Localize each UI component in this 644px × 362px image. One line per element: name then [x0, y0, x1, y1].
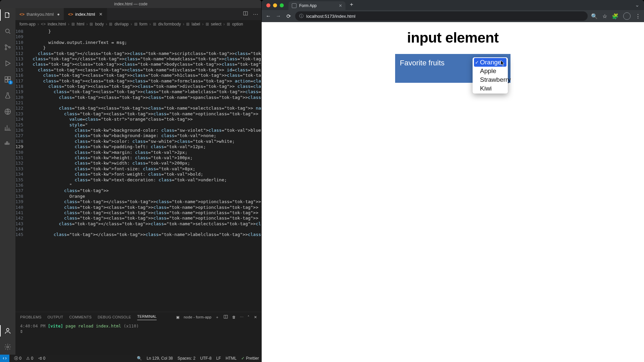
browser-tab[interactable]: Form App ✕	[288, 1, 345, 10]
reload-icon[interactable]: ⟳	[285, 13, 292, 19]
svg-rect-12	[6, 142, 8, 143]
crumb[interactable]: div.formbody	[158, 22, 181, 26]
crumb[interactable]: option	[232, 22, 243, 26]
dropdown-option[interactable]: Orange	[474, 58, 506, 67]
crumb[interactable]: div#app	[114, 22, 128, 26]
svg-point-2	[5, 48, 6, 50]
docker-icon[interactable]	[3, 139, 12, 148]
svg-point-0	[6, 29, 9, 33]
html-file-icon: <>	[68, 12, 73, 17]
browser-viewport: input element Favorite fruits Orange App…	[262, 22, 644, 362]
terminal-prompt[interactable]: ▯	[20, 328, 257, 334]
modified-dot-icon: ●	[57, 12, 60, 17]
new-tab-icon[interactable]: ＋	[349, 1, 354, 8]
panel-tab-debug[interactable]: DEBUG CONSOLE	[98, 315, 131, 319]
code-content[interactable]: } window.output.innerText = msg; } class…	[27, 28, 262, 312]
tab-index[interactable]: <> index.html ✕	[64, 8, 107, 20]
remote-indicator-icon[interactable]	[0, 355, 9, 362]
status-encoding[interactable]: UTF-8	[200, 356, 212, 361]
forward-icon[interactable]: →	[275, 13, 282, 19]
fruit-dropdown[interactable]: Orange Apple Strawberry Kiwi	[473, 57, 508, 94]
more-actions-icon[interactable]: ⋯	[253, 11, 258, 17]
graph-icon[interactable]	[3, 123, 12, 132]
close-panel-icon[interactable]: ✕	[254, 315, 257, 319]
panel-tab-terminal[interactable]: TERMINAL	[137, 314, 157, 320]
extensions-puzzle-icon[interactable]: 🧩	[612, 13, 619, 19]
minimize-window-icon[interactable]	[273, 3, 277, 7]
bookmark-star-icon[interactable]: ☆	[602, 13, 607, 19]
panel-more-icon[interactable]: ⋯	[240, 315, 244, 319]
terminal-msg: page reload index.html	[65, 323, 121, 328]
kill-terminal-icon[interactable]: 🗑	[232, 315, 236, 319]
site-info-icon[interactable]: ⓘ	[299, 13, 304, 19]
panel-tab-comments[interactable]: COMMENTS	[69, 315, 92, 319]
source-control-icon[interactable]	[3, 43, 12, 52]
crumb[interactable]: form	[140, 22, 148, 26]
account-icon[interactable]	[3, 326, 12, 335]
code-editor[interactable]: 1081091101111121131141151161171181191201…	[15, 28, 262, 312]
status-indent[interactable]: Spaces: 2	[177, 356, 195, 361]
crumb[interactable]: label	[192, 22, 200, 26]
tab-thankyou[interactable]: <> thankyou.html ●	[15, 8, 64, 20]
dropdown-option[interactable]: Kiwi	[474, 84, 506, 93]
remote-icon[interactable]	[3, 107, 12, 116]
new-terminal-icon[interactable]: ＋	[215, 315, 219, 320]
crumb[interactable]: select	[211, 22, 221, 26]
close-tab-icon[interactable]: ✕	[99, 12, 103, 17]
status-cursor[interactable]: Ln 129, Col 38	[147, 356, 173, 361]
maximize-window-icon[interactable]	[280, 3, 284, 7]
tab-label: index.html	[75, 12, 95, 17]
vscode-window: index.html — code 3 <> thankyou.html ●	[0, 0, 262, 362]
panel-tab-problems[interactable]: PROBLEMS	[20, 315, 42, 319]
vscode-window-title: index.html — code	[114, 2, 147, 6]
svg-rect-10	[6, 143, 8, 144]
svg-point-14	[7, 346, 9, 348]
browser-menu-icon[interactable]: ⋮	[635, 13, 641, 19]
terminal-task-label[interactable]: node - form-app	[184, 315, 212, 319]
terminal-tag: [vite]	[48, 323, 63, 328]
browser-tab-title: Form App	[299, 3, 317, 8]
tabstrip-chevron-icon[interactable]: ⌄	[635, 2, 639, 8]
bottom-panel: PROBLEMS OUTPUT COMMENTS DEBUG CONSOLE T…	[15, 312, 262, 355]
close-window-icon[interactable]	[266, 3, 270, 7]
crumb[interactable]: index.html	[48, 22, 66, 26]
settings-gear-icon[interactable]	[3, 343, 12, 351]
profile-avatar-icon[interactable]	[623, 12, 631, 20]
browser-toolbar: ← → ⟳ ⓘ localhost:5173/index.html 🔍 ☆ 🧩 …	[262, 10, 644, 22]
crumb[interactable]: body	[95, 22, 104, 26]
status-warnings[interactable]: ⚠ 0	[26, 356, 33, 361]
dropdown-option[interactable]: Strawberry	[474, 75, 506, 84]
status-formatter[interactable]: Prettier	[246, 356, 259, 361]
maximize-panel-icon[interactable]: ˄	[248, 315, 250, 319]
html-file-icon: <>	[19, 12, 24, 17]
terminal-output[interactable]: 4:40:04 PM [vite] page reload index.html…	[15, 322, 262, 355]
form-card: Favorite fruits Orange Apple Strawberry …	[395, 54, 511, 83]
back-icon[interactable]: ←	[265, 13, 272, 19]
status-find-icon[interactable]: 🔍	[137, 356, 142, 361]
status-lang[interactable]: HTML	[226, 356, 237, 361]
browser-window: Form App ✕ ＋ ⌄ ← → ⟳ ⓘ localhost:5173/in…	[262, 0, 644, 362]
status-errors[interactable]: ⓧ 0	[14, 356, 21, 361]
terminal-task-icon[interactable]: ▣	[176, 315, 179, 319]
split-editor-icon[interactable]	[243, 11, 248, 17]
close-tab-icon[interactable]: ✕	[339, 3, 342, 8]
crumb[interactable]: html	[77, 22, 85, 26]
zoom-icon[interactable]: 🔍	[591, 13, 598, 19]
status-eol[interactable]: LF	[216, 356, 221, 361]
address-bar[interactable]: ⓘ localhost:5173/index.html	[295, 11, 588, 21]
explorer-icon[interactable]	[3, 11, 12, 19]
status-ports[interactable]: ⏿ 0	[38, 356, 45, 361]
breadcrumbs[interactable]: form-app› <>index.html› ⊞html› ⊞body› ⊞d…	[15, 20, 262, 28]
dropdown-option[interactable]: Apple	[474, 67, 506, 75]
search-icon[interactable]	[3, 27, 12, 36]
extensions-icon[interactable]: 3	[3, 75, 12, 84]
test-icon[interactable]	[3, 91, 12, 100]
split-terminal-icon[interactable]	[223, 314, 228, 320]
check-icon: ✓	[241, 356, 245, 361]
crumb[interactable]: form-app	[19, 22, 36, 26]
tab-favicon	[292, 3, 297, 8]
svg-rect-4	[5, 77, 7, 79]
panel-tab-output[interactable]: OUTPUT	[48, 315, 63, 319]
svg-point-3	[9, 47, 10, 48]
run-debug-icon[interactable]	[3, 59, 12, 68]
